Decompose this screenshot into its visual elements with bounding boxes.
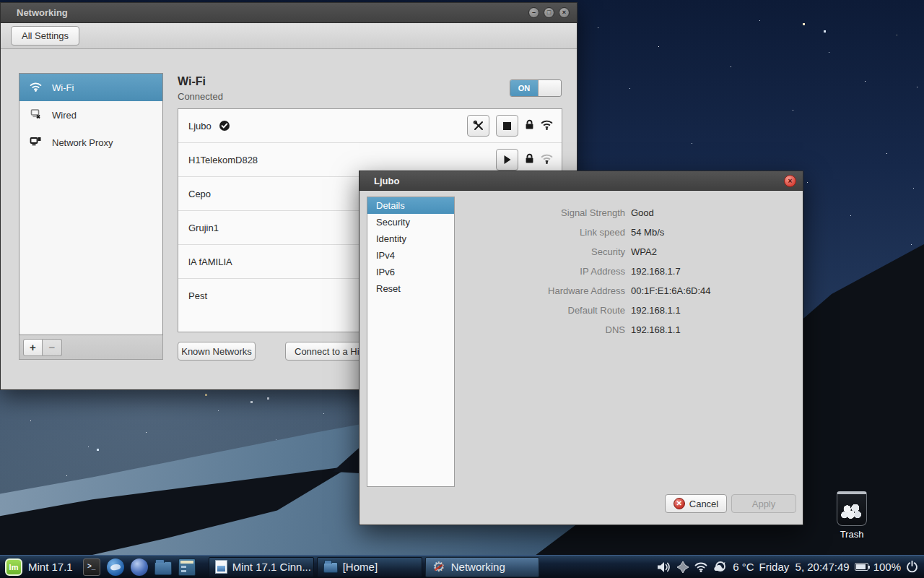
terminal-launcher-icon[interactable]: >_ (83, 558, 100, 576)
updates-icon[interactable] (676, 561, 689, 574)
stop-icon (503, 122, 511, 130)
taskbar-window-label: [Home] (343, 561, 378, 573)
network-name: Ljubo (188, 121, 212, 131)
volume-icon[interactable] (657, 561, 671, 573)
network-name: Grujin1 (188, 223, 219, 233)
mint-menu-label[interactable]: Mint 17.1 (28, 561, 73, 573)
detail-value: 192.168.1.1 (631, 305, 681, 316)
network-name: lA fAMILIA (188, 256, 232, 267)
sidebar-item-wired[interactable]: Wired (19, 101, 162, 129)
trash-icon (837, 491, 867, 526)
network-name: H1TelekomD828 (188, 155, 258, 165)
trash-shortcut[interactable]: Trash (830, 491, 873, 540)
sidebar-toolbar: + − (19, 335, 163, 360)
detail-label: IP Address (461, 266, 625, 277)
network-options-button[interactable] (467, 115, 489, 137)
minimize-icon[interactable]: – (528, 7, 539, 18)
detail-label: Security (461, 246, 625, 257)
network-details-dialog: Ljubo × Details Security Identity IPv4 I… (359, 171, 803, 525)
taskbar-window-mint-cinnamon[interactable]: Mint 17.1 Cinn... (209, 557, 314, 577)
taskbar-window-home[interactable]: [Home] (317, 557, 422, 577)
cancel-button[interactable]: ✕ Cancel (665, 494, 727, 513)
connect-button[interactable] (496, 149, 518, 171)
starfield-bright (0, 0, 1, 1)
detail-label: Signal Strength (461, 207, 625, 218)
toggle-knob[interactable] (538, 80, 561, 96)
sidebar-item-wifi[interactable]: Wi-Fi (19, 74, 162, 101)
mint-menu-icon[interactable]: lm (5, 558, 22, 576)
dialog-titlebar[interactable]: Ljubo × (359, 171, 803, 191)
toggle-on-label: ON (510, 80, 538, 96)
clock[interactable]: Friday 5, 20:47:49 (759, 561, 850, 573)
document-icon (215, 560, 227, 574)
detail-row: IP Address192.168.1.7 (461, 262, 794, 281)
wifi-toggle[interactable]: ON (510, 79, 562, 97)
tools-icon (473, 120, 484, 131)
detail-label: Link speed (461, 227, 625, 238)
tab-identity[interactable]: Identity (367, 230, 454, 247)
detail-row: Hardware Address00:1F:E1:6A:6D:44 (461, 281, 794, 301)
cancel-label: Cancel (689, 499, 718, 509)
network-row-ljubo[interactable]: Ljubo (178, 109, 562, 143)
panel-title: Wi-Fi (178, 75, 206, 88)
weather-icon[interactable] (712, 561, 728, 574)
taskbar-window-label: Mint 17.1 Cinn... (232, 561, 311, 573)
cancel-x-icon: ✕ (674, 498, 685, 509)
app-launcher-icon[interactable] (178, 558, 196, 576)
disconnect-button[interactable] (496, 115, 518, 137)
detail-label: Default Route (461, 305, 625, 316)
folder-icon (323, 562, 338, 573)
detail-row: Default Route192.168.1.1 (461, 301, 794, 320)
maximize-icon[interactable]: □ (544, 7, 554, 18)
close-icon[interactable]: × (559, 7, 570, 18)
all-settings-button[interactable]: All Settings (11, 26, 79, 46)
detail-value: 54 Mb/s (631, 227, 664, 238)
taskbar-window-networking[interactable]: ⚙ Networking (425, 557, 539, 577)
settings-toolbar: All Settings (1, 23, 577, 49)
signal-strength-icon (541, 119, 553, 132)
dialog-title: Ljubo (359, 176, 784, 186)
power-icon[interactable] (906, 561, 918, 573)
detail-value: Good (631, 207, 654, 218)
detail-value: 00:1F:E1:6A:6D:44 (631, 285, 711, 296)
lock-icon (525, 119, 534, 132)
tab-reset[interactable]: Reset (367, 280, 454, 297)
sidebar-item-label: Wired (52, 110, 77, 121)
remove-connection-button[interactable]: − (43, 339, 62, 356)
tab-security[interactable]: Security (367, 214, 454, 230)
files-launcher-icon[interactable] (154, 561, 172, 575)
temperature-reading[interactable]: 6 °C (733, 561, 754, 573)
connection-status: Connected (178, 91, 223, 102)
add-connection-button[interactable]: + (23, 339, 43, 356)
battery-percentage[interactable]: 100% (873, 561, 901, 573)
browser-launcher-icon[interactable] (131, 558, 148, 576)
detail-label: Hardware Address (461, 285, 625, 296)
detail-value: WPA2 (631, 246, 657, 257)
network-sidebar: Wi-Fi Wired Network Proxy (19, 73, 163, 335)
connected-check-icon (219, 120, 230, 131)
thunderbird-launcher-icon[interactable] (107, 558, 124, 576)
apply-button[interactable]: Apply (731, 494, 796, 513)
wifi-icon (30, 82, 42, 94)
known-networks-button[interactable]: Known Networks (178, 342, 256, 361)
sidebar-item-network-proxy[interactable]: Network Proxy (19, 129, 162, 156)
detail-row: DNS192.168.1.1 (461, 320, 794, 340)
tab-ipv6[interactable]: IPv6 (367, 264, 454, 280)
networking-titlebar[interactable]: Networking – □ × (1, 3, 577, 23)
sidebar-item-label: Wi-Fi (52, 82, 74, 93)
dialog-close-icon[interactable]: × (784, 175, 796, 187)
detail-label: DNS (461, 324, 625, 335)
network-wifi-icon[interactable] (694, 561, 707, 572)
tab-details[interactable]: Details (367, 197, 454, 214)
dialog-tab-list: Details Security Identity IPv4 IPv6 Rese… (367, 197, 455, 487)
signal-strength-icon (541, 153, 553, 166)
tab-ipv4[interactable]: IPv4 (367, 247, 454, 264)
window-title: Networking (1, 7, 528, 18)
taskbar-window-label: Networking (451, 561, 505, 573)
battery-icon[interactable] (855, 563, 868, 571)
lock-icon (525, 153, 534, 166)
network-name: Cepo (188, 189, 211, 199)
trash-label: Trash (830, 529, 873, 540)
detail-row: SecurityWPA2 (461, 242, 794, 262)
detail-value: 192.168.1.7 (631, 266, 681, 277)
